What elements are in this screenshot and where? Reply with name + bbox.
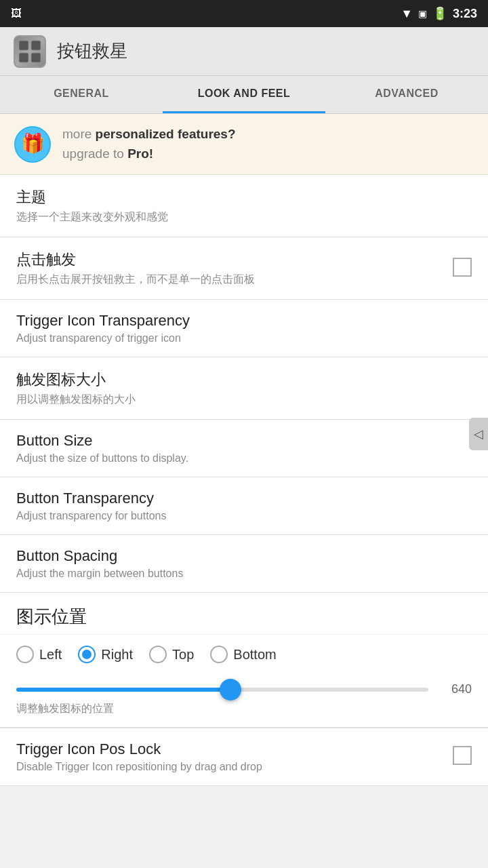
- svg-rect-3: [31, 53, 41, 62]
- setting-theme[interactable]: 主题 选择一个主题来改变外观和感觉: [0, 175, 488, 237]
- float-handle-icon: ◁: [474, 427, 483, 441]
- long-press-checkbox[interactable]: [453, 258, 472, 277]
- slider-container: 640 调整触发图标的位置: [0, 674, 488, 728]
- radio-right-label: Right: [101, 647, 133, 663]
- radio-bottom[interactable]: Bottom: [210, 646, 276, 663]
- setting-trigger-pos-lock[interactable]: Trigger Icon Pos Lock Disable Trigger Ic…: [0, 728, 488, 786]
- svg-rect-0: [19, 41, 28, 50]
- status-bar-right: ▼ ▣ 🔋 3:23: [401, 6, 477, 21]
- setting-button-spacing[interactable]: Button Spacing Adjust the margin between…: [0, 535, 488, 593]
- battery-icon: 🔋: [432, 6, 447, 21]
- slider-thumb[interactable]: [220, 679, 241, 701]
- setting-button-size[interactable]: Button Size Adjust the size of buttons t…: [0, 420, 488, 477]
- status-time: 3:23: [453, 7, 477, 21]
- slider-fill: [16, 688, 230, 692]
- ad-text: more personalized features? upgrade to P…: [62, 125, 236, 163]
- svg-rect-1: [31, 41, 41, 50]
- radio-group-position: Left Right Top Bottom: [0, 635, 488, 674]
- radio-right-outer[interactable]: [78, 646, 96, 663]
- setting-trigger-pos-lock-desc: Disable Trigger Icon repositioning by dr…: [16, 761, 472, 773]
- setting-theme-title: 主题: [16, 187, 472, 208]
- trigger-pos-lock-checkbox[interactable]: [453, 746, 472, 765]
- status-bar: 🖼 ▼ ▣ 🔋 3:23: [0, 0, 488, 27]
- radio-top[interactable]: Top: [149, 646, 194, 663]
- ad-banner[interactable]: 🎁 more personalized features? upgrade to…: [0, 114, 488, 175]
- radio-right-inner: [82, 650, 92, 659]
- setting-button-size-desc: Adjust the size of buttons to display.: [16, 452, 472, 465]
- setting-button-transparency-desc: Adjust transparency for buttons: [16, 510, 472, 522]
- setting-trigger-transparency-title: Trigger Icon Transparency: [16, 312, 472, 330]
- setting-button-transparency-title: Button Transparency: [16, 490, 472, 507]
- setting-long-press[interactable]: 点击触发 启用长点击展开按钮救主，而不是单一的点击面板: [0, 237, 488, 300]
- slider-value: 640: [439, 682, 472, 696]
- tab-advanced[interactable]: ADVANCED: [325, 76, 488, 113]
- radio-bottom-label: Bottom: [233, 647, 276, 663]
- radio-top-outer[interactable]: [149, 646, 167, 663]
- radio-left[interactable]: Left: [16, 646, 62, 663]
- app-title: 按钮救星: [57, 39, 127, 63]
- setting-trigger-icon-size-title: 触发图标大小: [16, 370, 447, 390]
- setting-button-spacing-desc: Adjust the margin between buttons: [16, 568, 472, 580]
- setting-button-spacing-title: Button Spacing: [16, 547, 472, 565]
- wifi-icon: ▼: [401, 7, 413, 21]
- slider-track-area: 640: [16, 682, 472, 696]
- setting-button-size-title: Button Size: [16, 432, 472, 450]
- long-press-checkbox-area[interactable]: [453, 258, 472, 279]
- position-title-row: 图示位置: [0, 593, 488, 635]
- trigger-pos-lock-checkbox-area[interactable]: [453, 746, 472, 768]
- tab-general[interactable]: GENERAL: [0, 76, 163, 113]
- image-icon: 🖼: [11, 7, 22, 20]
- slider-desc: 调整触发图标的位置: [16, 702, 472, 716]
- radio-left-outer[interactable]: [16, 646, 34, 663]
- setting-long-press-desc: 启用长点击展开按钮救主，而不是单一的点击面板: [16, 273, 472, 287]
- radio-right[interactable]: Right: [78, 646, 133, 663]
- setting-trigger-icon-size[interactable]: 触发图标大小 用以调整触发图标的大小: [0, 357, 488, 420]
- tab-look-and-feel[interactable]: LOOK AND FEEL: [163, 76, 325, 113]
- tabs: GENERAL LOOK AND FEEL ADVANCED: [0, 76, 488, 114]
- position-section: 图示位置 Left Right Top: [0, 593, 488, 728]
- settings-section: 主题 选择一个主题来改变外观和感觉 点击触发 启用长点击展开按钮救主，而不是单一…: [0, 175, 488, 786]
- slider-track[interactable]: [16, 688, 428, 692]
- float-handle[interactable]: ◁: [469, 418, 488, 450]
- radio-bottom-outer[interactable]: [210, 646, 228, 663]
- signal-icon: ▣: [418, 8, 427, 19]
- position-title: 图示位置: [16, 605, 472, 629]
- app-header: 按钮救星: [0, 27, 488, 76]
- setting-trigger-transparency[interactable]: Trigger Icon Transparency Adjust transpa…: [0, 300, 488, 357]
- radio-left-label: Left: [39, 647, 62, 663]
- setting-trigger-pos-lock-title: Trigger Icon Pos Lock: [16, 741, 472, 758]
- setting-trigger-icon-size-desc: 用以调整触发图标的大小: [16, 393, 447, 407]
- radio-top-label: Top: [172, 647, 194, 663]
- svg-text:🎁: 🎁: [21, 132, 45, 155]
- app-icon: [14, 35, 46, 68]
- setting-button-transparency[interactable]: Button Transparency Adjust transparency …: [0, 477, 488, 535]
- status-bar-left: 🖼: [11, 7, 22, 20]
- setting-long-press-title: 点击触发: [16, 250, 472, 270]
- setting-trigger-transparency-desc: Adjust transparency of trigger icon: [16, 332, 472, 344]
- setting-theme-desc: 选择一个主题来改变外观和感觉: [16, 210, 472, 224]
- svg-rect-2: [19, 53, 28, 62]
- ad-icon: 🎁: [14, 125, 52, 163]
